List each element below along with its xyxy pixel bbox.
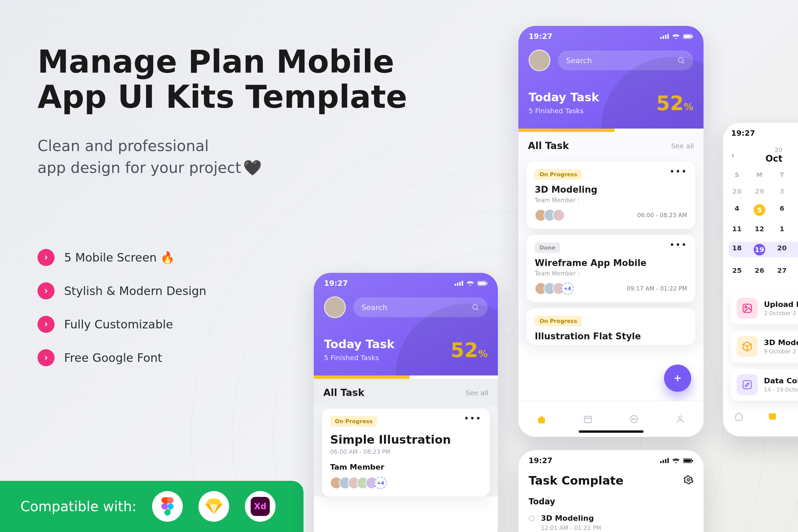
event-title: Upload Im bbox=[764, 300, 798, 309]
tab-chat-icon[interactable] bbox=[628, 413, 640, 425]
event-card[interactable]: Upload Im2 October 2 bbox=[731, 292, 798, 324]
progress-percent: 52% bbox=[450, 339, 488, 362]
avatar[interactable] bbox=[529, 49, 550, 71]
feature-item: Free Google Font bbox=[38, 349, 206, 366]
svg-rect-8 bbox=[486, 282, 487, 284]
calendar-grid[interactable]: SMT 28293 456 11121 181920 252627 bbox=[723, 165, 798, 286]
event-date: 2 October 2 bbox=[764, 310, 798, 316]
timeline-title: 3D Modeling bbox=[541, 514, 601, 522]
event-card[interactable]: Data Colle14 - 19 Octo bbox=[731, 369, 798, 401]
status-bar: 19:27 bbox=[314, 273, 498, 287]
task-card[interactable]: Done ••• Wireframe App Mobile Team Membe… bbox=[527, 235, 695, 302]
svg-marker-2 bbox=[214, 499, 222, 504]
wifi-icon bbox=[672, 34, 680, 39]
avatar[interactable] bbox=[324, 296, 346, 318]
search-icon bbox=[677, 56, 685, 64]
event-card[interactable]: 3D Modeli9 October 2 bbox=[731, 330, 798, 363]
compat-label: Compatible with: bbox=[20, 499, 136, 514]
svg-point-28 bbox=[745, 306, 747, 308]
svg-rect-13 bbox=[692, 35, 693, 38]
tab-profile-icon[interactable] bbox=[675, 413, 686, 425]
status-bar: 19:27 bbox=[518, 26, 704, 41]
timeline-time: 12:01 AM - 01:22 PM bbox=[541, 524, 601, 531]
today-task-title: Today Task bbox=[324, 337, 395, 351]
status-time: 19:27 bbox=[731, 129, 755, 137]
prev-month-button[interactable]: ‹ bbox=[731, 150, 735, 160]
hero: Manage Plan MobileApp UI Kits Template C… bbox=[38, 44, 407, 179]
status-chip: On Progress bbox=[535, 169, 582, 180]
status-chip: Done bbox=[535, 242, 560, 253]
svg-point-23 bbox=[632, 418, 633, 419]
progress-bar bbox=[518, 129, 704, 132]
member-avatars: +4 bbox=[330, 477, 387, 489]
signal-icon bbox=[660, 34, 669, 39]
svg-rect-33 bbox=[692, 460, 693, 462]
hero-title: Manage Plan MobileApp UI Kits Template bbox=[38, 44, 407, 115]
member-more[interactable]: +4 bbox=[374, 477, 387, 489]
see-all-link[interactable]: See all bbox=[671, 142, 694, 150]
task-time: 09:17 AM - 01:22 PM bbox=[627, 285, 687, 292]
chevron-right-icon bbox=[38, 349, 55, 366]
feature-label: Fully Customizable bbox=[64, 317, 173, 331]
more-icon[interactable]: ••• bbox=[669, 243, 687, 247]
wifi-icon bbox=[467, 281, 474, 286]
feature-label: 5 Mobile Screen 🔥 bbox=[64, 251, 175, 264]
task-card[interactable]: On Progress ••• Simple Illustration 06:0… bbox=[322, 409, 490, 497]
search-input[interactable]: Search bbox=[353, 297, 488, 317]
event-date: 14 - 19 Octo bbox=[764, 386, 798, 393]
member-avatars: +4 bbox=[535, 282, 574, 295]
svg-point-26 bbox=[679, 416, 682, 419]
task-name: 3D Modeling bbox=[535, 184, 687, 195]
task-card[interactable]: On Progress ••• 3D Modeling Team Member … bbox=[527, 162, 695, 229]
chevron-right-icon bbox=[38, 249, 55, 266]
search-placeholder: Search bbox=[566, 56, 592, 65]
tab-calendar-icon[interactable] bbox=[767, 410, 778, 422]
svg-point-24 bbox=[634, 418, 634, 419]
section-all-task: All Task bbox=[323, 387, 364, 398]
tab-home-icon[interactable] bbox=[733, 410, 745, 422]
team-label: Team Member : bbox=[535, 270, 687, 277]
signal-icon bbox=[660, 458, 669, 463]
status-chip: On Progress bbox=[330, 416, 377, 427]
see-all-link[interactable]: See all bbox=[466, 389, 488, 397]
task-card[interactable]: On Progress Illustration Flat Style bbox=[527, 308, 695, 345]
home-indicator bbox=[579, 430, 644, 433]
svg-rect-27 bbox=[743, 304, 751, 312]
finished-count: 5 Finished Tasks bbox=[529, 107, 599, 115]
settings-icon[interactable] bbox=[684, 475, 693, 486]
task-name: Simple Illustration bbox=[330, 433, 482, 446]
status-bar: 19:27 bbox=[518, 450, 704, 465]
svg-line-15 bbox=[682, 62, 684, 63]
svg-point-14 bbox=[678, 58, 683, 62]
svg-rect-30 bbox=[769, 413, 776, 420]
hero-subtitle: Clean and professionalapp design for you… bbox=[38, 135, 407, 179]
phone-screen-task-complete: 19:27 Task Complate Today 3D Modeling12:… bbox=[518, 450, 704, 532]
svg-rect-12 bbox=[684, 35, 691, 38]
calendar-month: Oct bbox=[765, 153, 782, 164]
more-icon[interactable]: ••• bbox=[669, 170, 687, 173]
edit-icon bbox=[737, 374, 758, 395]
tab-calendar-icon[interactable] bbox=[582, 413, 594, 425]
feature-item: Stylish & Modern Design bbox=[38, 282, 206, 299]
heart-icon: 🖤 bbox=[243, 157, 262, 179]
status-time: 19:27 bbox=[529, 456, 552, 465]
page-title: Task Complate bbox=[529, 474, 623, 487]
chevron-right-icon bbox=[38, 316, 55, 333]
event-title: Data Colle bbox=[764, 376, 798, 385]
member-avatars bbox=[535, 209, 565, 221]
chevron-right-icon bbox=[38, 282, 55, 299]
finished-count: 5 Finished Tasks bbox=[324, 354, 395, 362]
event-title: 3D Modeli bbox=[764, 338, 798, 347]
feature-list: 5 Mobile Screen 🔥 Stylish & Modern Desig… bbox=[38, 249, 206, 383]
today-task-title: Today Task bbox=[529, 90, 599, 104]
more-icon[interactable]: ••• bbox=[464, 417, 482, 420]
timeline-item[interactable]: 3D Modeling12:01 AM - 01:22 PM bbox=[529, 514, 693, 531]
progress-percent: 52% bbox=[656, 92, 693, 115]
image-icon bbox=[737, 298, 758, 319]
add-task-fab[interactable] bbox=[664, 365, 691, 392]
feature-item: 5 Mobile Screen 🔥 bbox=[38, 249, 206, 266]
tab-home-icon[interactable] bbox=[536, 413, 547, 425]
section-today: Today bbox=[529, 497, 693, 506]
search-input[interactable]: Search bbox=[558, 50, 693, 70]
team-label: Tam Member bbox=[330, 463, 482, 471]
